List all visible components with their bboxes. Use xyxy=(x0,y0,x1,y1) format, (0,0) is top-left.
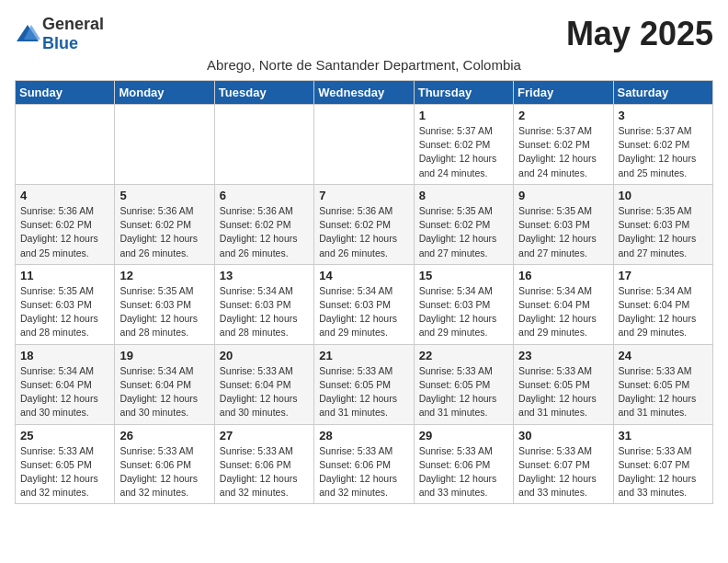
logo-general: General xyxy=(42,15,104,33)
day-info: Sunrise: 5:34 AM Sunset: 6:03 PM Dayligh… xyxy=(419,284,508,340)
day-number: 11 xyxy=(20,269,109,282)
day-number: 26 xyxy=(119,429,209,442)
day-info: Sunrise: 5:35 AM Sunset: 6:03 PM Dayligh… xyxy=(619,204,708,260)
week-row-4: 18Sunrise: 5:34 AM Sunset: 6:04 PM Dayli… xyxy=(16,344,713,424)
day-info: Sunrise: 5:33 AM Sunset: 6:05 PM Dayligh… xyxy=(319,364,408,420)
day-info: Sunrise: 5:34 AM Sunset: 6:04 PM Dayligh… xyxy=(119,364,209,420)
day-number: 16 xyxy=(518,269,608,282)
day-number: 31 xyxy=(619,429,708,442)
week-row-5: 25Sunrise: 5:33 AM Sunset: 6:05 PM Dayli… xyxy=(16,424,713,504)
day-info: Sunrise: 5:33 AM Sunset: 6:07 PM Dayligh… xyxy=(518,444,608,500)
calendar-cell: 20Sunrise: 5:33 AM Sunset: 6:04 PM Dayli… xyxy=(214,344,313,424)
calendar-cell: 12Sunrise: 5:35 AM Sunset: 6:03 PM Dayli… xyxy=(115,264,214,344)
day-number: 7 xyxy=(319,189,408,202)
calendar-cell xyxy=(314,105,414,185)
day-info: Sunrise: 5:34 AM Sunset: 6:04 PM Dayligh… xyxy=(20,364,109,420)
calendar-cell: 5Sunrise: 5:36 AM Sunset: 6:02 PM Daylig… xyxy=(115,184,214,264)
calendar-cell: 3Sunrise: 5:37 AM Sunset: 6:02 PM Daylig… xyxy=(613,105,712,185)
calendar-cell: 11Sunrise: 5:35 AM Sunset: 6:03 PM Dayli… xyxy=(16,264,115,344)
day-number: 17 xyxy=(619,269,708,282)
calendar-cell: 14Sunrise: 5:34 AM Sunset: 6:03 PM Dayli… xyxy=(314,264,414,344)
weekday-header-monday: Monday xyxy=(115,81,214,105)
calendar-cell: 10Sunrise: 5:35 AM Sunset: 6:03 PM Dayli… xyxy=(613,184,712,264)
week-row-2: 4Sunrise: 5:36 AM Sunset: 6:02 PM Daylig… xyxy=(16,184,713,264)
day-info: Sunrise: 5:33 AM Sunset: 6:06 PM Dayligh… xyxy=(419,444,508,500)
day-number: 1 xyxy=(419,109,508,122)
day-number: 24 xyxy=(619,349,708,362)
day-number: 30 xyxy=(518,429,608,442)
day-info: Sunrise: 5:35 AM Sunset: 6:02 PM Dayligh… xyxy=(419,204,508,260)
weekday-header-row: SundayMondayTuesdayWednesdayThursdayFrid… xyxy=(16,81,713,105)
calendar-cell xyxy=(214,105,313,185)
calendar-cell: 24Sunrise: 5:33 AM Sunset: 6:05 PM Dayli… xyxy=(613,344,712,424)
calendar-cell: 6Sunrise: 5:36 AM Sunset: 6:02 PM Daylig… xyxy=(214,184,313,264)
page-header: General Blue May 2025 xyxy=(15,15,713,53)
calendar-cell: 4Sunrise: 5:36 AM Sunset: 6:02 PM Daylig… xyxy=(16,184,115,264)
day-number: 5 xyxy=(119,189,209,202)
calendar-cell: 26Sunrise: 5:33 AM Sunset: 6:06 PM Dayli… xyxy=(115,424,214,504)
day-info: Sunrise: 5:33 AM Sunset: 6:04 PM Dayligh… xyxy=(220,364,309,420)
day-info: Sunrise: 5:33 AM Sunset: 6:06 PM Dayligh… xyxy=(319,444,408,500)
day-number: 15 xyxy=(419,269,508,282)
calendar-cell: 29Sunrise: 5:33 AM Sunset: 6:06 PM Dayli… xyxy=(414,424,513,504)
logo-icon xyxy=(15,21,40,47)
calendar-cell: 28Sunrise: 5:33 AM Sunset: 6:06 PM Dayli… xyxy=(314,424,414,504)
calendar-cell: 18Sunrise: 5:34 AM Sunset: 6:04 PM Dayli… xyxy=(16,344,115,424)
day-number: 25 xyxy=(20,429,109,442)
day-number: 23 xyxy=(518,349,608,362)
calendar-cell: 2Sunrise: 5:37 AM Sunset: 6:02 PM Daylig… xyxy=(514,105,613,185)
day-info: Sunrise: 5:33 AM Sunset: 6:05 PM Dayligh… xyxy=(20,444,109,500)
day-number: 4 xyxy=(20,189,109,202)
day-info: Sunrise: 5:36 AM Sunset: 6:02 PM Dayligh… xyxy=(220,204,309,260)
calendar-cell: 9Sunrise: 5:35 AM Sunset: 6:03 PM Daylig… xyxy=(514,184,613,264)
day-info: Sunrise: 5:37 AM Sunset: 6:02 PM Dayligh… xyxy=(518,124,608,180)
week-row-3: 11Sunrise: 5:35 AM Sunset: 6:03 PM Dayli… xyxy=(16,264,713,344)
calendar-cell: 15Sunrise: 5:34 AM Sunset: 6:03 PM Dayli… xyxy=(414,264,513,344)
calendar-cell: 1Sunrise: 5:37 AM Sunset: 6:02 PM Daylig… xyxy=(414,105,513,185)
weekday-header-friday: Friday xyxy=(514,81,613,105)
calendar-table: SundayMondayTuesdayWednesdayThursdayFrid… xyxy=(15,80,713,504)
day-number: 8 xyxy=(419,189,508,202)
day-info: Sunrise: 5:34 AM Sunset: 6:04 PM Dayligh… xyxy=(518,284,608,340)
day-number: 19 xyxy=(119,349,209,362)
day-number: 29 xyxy=(419,429,508,442)
day-info: Sunrise: 5:36 AM Sunset: 6:02 PM Dayligh… xyxy=(319,204,408,260)
calendar-cell: 13Sunrise: 5:34 AM Sunset: 6:03 PM Dayli… xyxy=(214,264,313,344)
day-number: 2 xyxy=(518,109,608,122)
logo: General Blue xyxy=(15,15,104,53)
day-info: Sunrise: 5:35 AM Sunset: 6:03 PM Dayligh… xyxy=(119,284,209,340)
calendar-cell: 8Sunrise: 5:35 AM Sunset: 6:02 PM Daylig… xyxy=(414,184,513,264)
day-info: Sunrise: 5:33 AM Sunset: 6:05 PM Dayligh… xyxy=(518,364,608,420)
day-number: 9 xyxy=(518,189,608,202)
day-info: Sunrise: 5:37 AM Sunset: 6:02 PM Dayligh… xyxy=(619,124,708,180)
calendar-cell: 25Sunrise: 5:33 AM Sunset: 6:05 PM Dayli… xyxy=(16,424,115,504)
day-info: Sunrise: 5:35 AM Sunset: 6:03 PM Dayligh… xyxy=(518,204,608,260)
weekday-header-wednesday: Wednesday xyxy=(314,81,414,105)
calendar-cell: 16Sunrise: 5:34 AM Sunset: 6:04 PM Dayli… xyxy=(514,264,613,344)
day-info: Sunrise: 5:33 AM Sunset: 6:05 PM Dayligh… xyxy=(419,364,508,420)
day-number: 12 xyxy=(119,269,209,282)
calendar-cell: 30Sunrise: 5:33 AM Sunset: 6:07 PM Dayli… xyxy=(514,424,613,504)
weekday-header-thursday: Thursday xyxy=(414,81,513,105)
day-info: Sunrise: 5:34 AM Sunset: 6:03 PM Dayligh… xyxy=(319,284,408,340)
day-number: 3 xyxy=(619,109,708,122)
day-number: 14 xyxy=(319,269,408,282)
logo-blue: Blue xyxy=(42,34,78,52)
day-info: Sunrise: 5:36 AM Sunset: 6:02 PM Dayligh… xyxy=(20,204,109,260)
day-number: 28 xyxy=(319,429,408,442)
weekday-header-saturday: Saturday xyxy=(613,81,712,105)
day-info: Sunrise: 5:33 AM Sunset: 6:05 PM Dayligh… xyxy=(619,364,708,420)
calendar-cell: 27Sunrise: 5:33 AM Sunset: 6:06 PM Dayli… xyxy=(214,424,313,504)
day-number: 20 xyxy=(220,349,309,362)
calendar-cell: 23Sunrise: 5:33 AM Sunset: 6:05 PM Dayli… xyxy=(514,344,613,424)
day-info: Sunrise: 5:34 AM Sunset: 6:04 PM Dayligh… xyxy=(619,284,708,340)
calendar-cell: 19Sunrise: 5:34 AM Sunset: 6:04 PM Dayli… xyxy=(115,344,214,424)
day-info: Sunrise: 5:33 AM Sunset: 6:06 PM Dayligh… xyxy=(220,444,309,500)
day-number: 10 xyxy=(619,189,708,202)
day-number: 6 xyxy=(220,189,309,202)
day-number: 18 xyxy=(20,349,109,362)
day-number: 27 xyxy=(220,429,309,442)
calendar-cell: 17Sunrise: 5:34 AM Sunset: 6:04 PM Dayli… xyxy=(613,264,712,344)
day-info: Sunrise: 5:33 AM Sunset: 6:06 PM Dayligh… xyxy=(119,444,209,500)
day-info: Sunrise: 5:35 AM Sunset: 6:03 PM Dayligh… xyxy=(20,284,109,340)
